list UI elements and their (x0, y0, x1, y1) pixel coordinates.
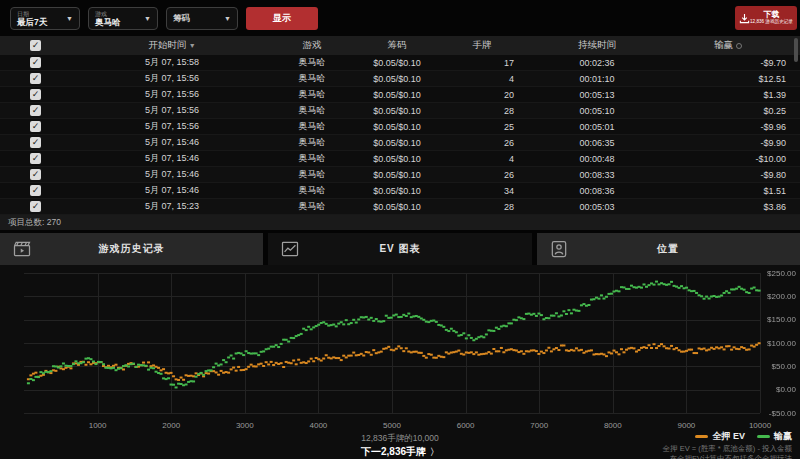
x-tick-label: 5000 (374, 421, 410, 430)
filter-bar: 日期 最后7天 ▼ 游戏 奥马哈 ▼ 筹码 ▼ 显示 下载 12,836 游戏历… (0, 0, 800, 36)
x-tick-label: 9000 (668, 421, 704, 430)
cell-hands: 34 (442, 186, 522, 196)
stakes-filter-dropdown[interactable]: 筹码 ▼ (166, 7, 238, 30)
y-tick-label: $0.00 (756, 385, 796, 394)
game-filter-label: 游戏 (95, 11, 139, 17)
table-row[interactable]: ✓5月 07, 15:56奥马哈$0.05/$0.102000:05:13$1.… (0, 87, 800, 103)
legend-dash-green (757, 435, 770, 438)
column-header-start-time[interactable]: 开始时间 ▼ (72, 39, 272, 52)
cell-stakes: $0.05/$0.10 (352, 122, 442, 132)
ev-chart-canvas[interactable] (0, 267, 800, 419)
date-filter-label: 日期 (17, 11, 61, 17)
x-tick-label: 6000 (448, 421, 484, 430)
legend-item-winloss[interactable]: 输赢 (757, 430, 792, 443)
row-checkbox[interactable]: ✓ (30, 201, 41, 212)
cell-duration: 00:02:36 (522, 58, 672, 68)
cell-duration: 00:08:33 (522, 170, 672, 180)
column-header-game[interactable]: 游戏 (272, 39, 352, 52)
legend-label: 输赢 (774, 430, 792, 443)
legend-item-allin-ev[interactable]: 全押 EV (695, 430, 745, 443)
cell-stakes: $0.05/$0.10 (352, 186, 442, 196)
table-row[interactable]: ✓5月 07, 15:56奥马哈$0.05/$0.102800:05:10$0.… (0, 103, 800, 119)
cell-stakes: $0.05/$0.10 (352, 106, 442, 116)
cell-winloss: -$9.90 (672, 138, 800, 148)
cell-game: 奥马哈 (272, 56, 352, 69)
cell-game: 奥马哈 (272, 104, 352, 117)
y-tick-label: $50.00 (756, 362, 796, 371)
table-row[interactable]: ✓5月 07, 15:46奥马哈$0.05/$0.10400:00:48-$10… (0, 151, 800, 167)
game-filter-dropdown[interactable]: 游戏 奥马哈 ▼ (88, 7, 158, 30)
cell-stakes: $0.05/$0.10 (352, 138, 442, 148)
chevron-down-icon: ▼ (224, 15, 231, 22)
select-all-checkbox[interactable]: ✓ (30, 40, 41, 51)
cell-hands: 26 (442, 170, 522, 180)
cell-game: 奥马哈 (272, 168, 352, 181)
cell-game: 奥马哈 (272, 72, 352, 85)
column-header-hands[interactable]: 手牌 (442, 39, 522, 52)
show-button[interactable]: 显示 (246, 7, 318, 30)
download-button-subtitle: 12,836 游戏历史记录 (750, 20, 793, 25)
cell-game: 奥马哈 (272, 152, 352, 165)
cell-start-time: 5月 07, 15:46 (72, 152, 272, 165)
ev-chart-panel: 1000200030004000500060007000800090001000… (0, 265, 800, 459)
tab-game-history[interactable]: 游戏历史记录 (0, 233, 263, 265)
cell-winloss: -$10.00 (672, 154, 800, 164)
cell-stakes: $0.05/$0.10 (352, 58, 442, 68)
cell-duration: 00:05:10 (522, 106, 672, 116)
cell-duration: 00:08:36 (522, 186, 672, 196)
cell-start-time: 5月 07, 15:46 (72, 184, 272, 197)
row-checkbox[interactable]: ✓ (30, 57, 41, 68)
cell-hands: 4 (442, 74, 522, 84)
row-checkbox[interactable]: ✓ (30, 73, 41, 84)
sort-desc-icon: ▼ (189, 42, 196, 49)
tab-positions[interactable]: 位置 (537, 233, 800, 265)
y-tick-label: $250.00 (756, 269, 796, 278)
cell-duration: 00:05:03 (522, 202, 672, 212)
row-checkbox[interactable]: ✓ (30, 153, 41, 164)
row-checkbox[interactable]: ✓ (30, 169, 41, 180)
cell-start-time: 5月 07, 15:46 (72, 136, 272, 149)
table-scrollbar[interactable] (794, 38, 798, 62)
column-header-stakes[interactable]: 筹码 (352, 39, 442, 52)
tab-label: 游戏历史记录 (99, 242, 165, 256)
cell-stakes: $0.05/$0.10 (352, 154, 442, 164)
table-row[interactable]: ✓5月 07, 15:46奥马哈$0.05/$0.102600:08:33-$9… (0, 167, 800, 183)
row-checkbox[interactable]: ✓ (30, 185, 41, 196)
cell-winloss: $1.39 (672, 90, 800, 100)
cell-start-time: 5月 07, 15:23 (72, 200, 272, 213)
cell-stakes: $0.05/$0.10 (352, 74, 442, 84)
download-button[interactable]: 下载 12,836 游戏历史记录 (735, 6, 797, 30)
tab-label: 位置 (657, 242, 679, 256)
row-checkbox[interactable]: ✓ (30, 89, 41, 100)
table-row[interactable]: ✓5月 07, 15:23奥马哈$0.05/$0.102800:05:03$3.… (0, 199, 800, 215)
download-button-title: 下载 (750, 11, 793, 19)
cell-game: 奥马哈 (272, 120, 352, 133)
cell-stakes: $0.05/$0.10 (352, 202, 442, 212)
row-checkbox[interactable]: ✓ (30, 105, 41, 116)
table-row[interactable]: ✓5月 07, 15:46奥马哈$0.05/$0.102600:06:35-$9… (0, 135, 800, 151)
clapperboard-icon (12, 239, 32, 259)
date-filter-value: 最后7天 (17, 18, 61, 27)
cell-duration: 00:00:48 (522, 154, 672, 164)
cell-duration: 00:06:35 (522, 138, 672, 148)
cell-winloss: -$9.70 (672, 58, 800, 68)
pokercraft-window: 日期 最后7天 ▼ 游戏 奥马哈 ▼ 筹码 ▼ 显示 下载 12,836 游戏历… (0, 0, 800, 459)
column-header-duration[interactable]: 持续时间 (522, 39, 672, 52)
table-row[interactable]: ✓5月 07, 15:58奥马哈$0.05/$0.101700:02:36-$9… (0, 55, 800, 71)
cell-stakes: $0.05/$0.10 (352, 90, 442, 100)
table-row[interactable]: ✓5月 07, 15:56奥马哈$0.05/$0.10400:01:10$12.… (0, 71, 800, 87)
cell-winloss: $3.86 (672, 202, 800, 212)
cell-hands: 25 (442, 122, 522, 132)
tab-ev-graph[interactable]: EV 图表 (268, 233, 531, 265)
table-row[interactable]: ✓5月 07, 15:56奥马哈$0.05/$0.102500:05:01-$9… (0, 119, 800, 135)
cell-winloss: -$9.80 (672, 170, 800, 180)
person-icon (549, 239, 569, 259)
row-checkbox[interactable]: ✓ (30, 121, 41, 132)
date-filter-dropdown[interactable]: 日期 最后7天 ▼ (10, 7, 80, 30)
row-checkbox[interactable]: ✓ (30, 137, 41, 148)
legend-label: 全押 EV (712, 430, 745, 443)
tab-bar: 游戏历史记录 EV 图表 位置 (0, 233, 800, 265)
table-row[interactable]: ✓5月 07, 15:46奥马哈$0.05/$0.103400:08:36$1.… (0, 183, 800, 199)
column-header-winloss[interactable]: 输赢 (672, 39, 800, 52)
tab-label: EV 图表 (379, 242, 420, 256)
